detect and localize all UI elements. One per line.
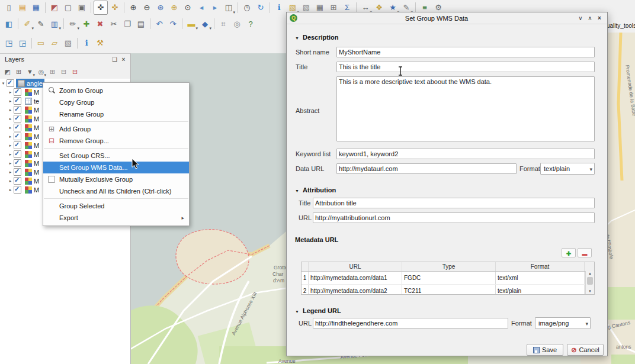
expand-caret-icon[interactable]: ▸ — [7, 170, 14, 175]
expand-caret-icon[interactable]: ▾ — [0, 81, 7, 86]
help-contents-icon[interactable]: ? — [244, 17, 257, 30]
deselect-features-icon[interactable]: ▧ — [62, 37, 75, 50]
menu-item-set-group-crs[interactable]: Set Group CRS... — [43, 150, 189, 162]
menu-item-zoom-to-group[interactable]: Zoom to Group — [43, 85, 189, 96]
expand-caret-icon[interactable]: ▸ — [7, 152, 14, 157]
menu-item-set-group-wms-data[interactable]: Set Group WMS Data... — [43, 162, 189, 173]
copy-style-icon[interactable]: ◳ — [2, 37, 15, 50]
delete-selected-icon[interactable]: ✖ — [94, 17, 107, 30]
menu-item-export[interactable]: Export▸ — [43, 212, 189, 224]
scroll-down-icon[interactable] — [588, 289, 592, 294]
expand-caret-icon[interactable]: ▸ — [7, 188, 14, 192]
layer-checkbox[interactable] — [14, 177, 21, 185]
legend-format-combo[interactable]: image/png — [535, 317, 591, 329]
attribution-url-input[interactable] — [313, 212, 595, 223]
layer-entry[interactable]: M — [23, 159, 41, 167]
layer-entry[interactable]: M — [23, 167, 41, 176]
scroll-thumb[interactable] — [587, 277, 593, 285]
new-project-icon[interactable]: ▯ — [2, 1, 15, 14]
data-source-manager-icon[interactable]: ◧ — [2, 17, 15, 30]
menu-item-rename-group[interactable]: Rename Group — [43, 108, 189, 120]
keyword-list-input[interactable] — [336, 149, 595, 159]
layer-entry[interactable]: M — [23, 141, 41, 150]
toggle-editing-icon[interactable]: ✎ — [34, 17, 47, 30]
save-edits-icon[interactable]: ▥▾ — [48, 17, 61, 30]
manage-themes-icon[interactable]: ◎▾ — [36, 67, 46, 77]
expand-caret-icon[interactable]: ▸ — [7, 108, 14, 112]
undock-icon[interactable] — [110, 56, 119, 63]
add-metadata-row-button[interactable] — [562, 248, 576, 257]
layer-diagram-icon[interactable]: ◆▾ — [198, 17, 211, 30]
identify-features-icon[interactable]: ℹ — [272, 1, 286, 14]
expand-caret-icon[interactable]: ▸ — [7, 99, 14, 104]
layer-checkbox[interactable] — [14, 150, 21, 158]
panel-close-icon[interactable] — [119, 56, 128, 63]
dialog-titlebar[interactable]: Set Group WMS Data — [287, 12, 607, 24]
menu-item-mutually-exclusive-group[interactable]: Mutually Exclusive Group — [43, 173, 189, 185]
expand-caret-icon[interactable]: ▸ — [7, 143, 14, 148]
temporal-controller-icon[interactable]: ◷ — [240, 1, 254, 14]
zoom-to-layer-icon[interactable]: ⊙ — [181, 1, 194, 14]
metadata-table[interactable]: URLTypeFormat 1http://mymetadata.com/dat… — [301, 262, 595, 295]
identify-features-icon[interactable]: ℹ — [80, 37, 93, 50]
cancel-button[interactable]: Cancel — [567, 344, 604, 356]
open-project-icon[interactable]: ▤ — [16, 1, 29, 14]
metadata-table-row[interactable]: 1http://mymetadata.com/data1FGDCtext/xml — [302, 272, 594, 285]
expand-caret-icon[interactable]: ▸ — [7, 117, 14, 121]
layer-checkbox[interactable] — [14, 88, 21, 96]
layer-checkbox[interactable] — [7, 79, 14, 87]
layer-entry[interactable]: M — [23, 114, 41, 123]
filter-legend-icon[interactable]: ▼▾ — [25, 67, 35, 77]
remove-layer-icon[interactable]: ⊟ — [70, 67, 80, 77]
layer-entry[interactable]: te — [23, 96, 41, 105]
layer-styling-icon[interactable]: ◩ — [2, 67, 12, 77]
new-map-view-icon[interactable]: ◫▾ — [222, 1, 235, 14]
layer-entry[interactable]: M — [23, 185, 41, 194]
restore-icon[interactable] — [585, 15, 595, 21]
paste-features-icon[interactable]: ▤ — [134, 17, 147, 30]
options-wrench-icon[interactable]: ⚒ — [94, 37, 107, 50]
layer-entry[interactable]: angle — [16, 79, 44, 88]
layer-checkbox[interactable] — [14, 106, 21, 114]
layer-checkbox[interactable] — [14, 186, 21, 194]
remove-metadata-row-button[interactable] — [578, 248, 592, 257]
layer-checkbox[interactable] — [14, 159, 21, 167]
expand-all-icon[interactable]: ⊞ — [47, 67, 57, 77]
current-edits-icon[interactable]: ✐▾ — [21, 17, 34, 30]
short-name-input[interactable] — [336, 47, 595, 57]
layer-labeling-icon[interactable]: ▬▾ — [185, 17, 198, 30]
layer-checkbox[interactable] — [14, 133, 21, 140]
description-section-header[interactable]: Description — [295, 34, 338, 41]
attribution-section-header[interactable]: Attribution — [295, 186, 336, 194]
layer-entry[interactable]: M — [23, 150, 41, 159]
expand-caret-icon[interactable]: ▸ — [7, 134, 14, 139]
copy-features-icon[interactable]: ❐ — [121, 17, 134, 30]
data-url-input[interactable] — [336, 163, 517, 174]
redo-icon[interactable]: ↷ — [166, 17, 179, 30]
scroll-up-icon[interactable] — [588, 271, 592, 276]
expand-caret-icon[interactable]: ▸ — [7, 161, 14, 166]
layer-entry[interactable]: M — [23, 105, 41, 114]
layer-checkbox[interactable] — [14, 168, 21, 176]
expand-caret-icon[interactable]: ▸ — [7, 125, 14, 130]
expand-caret-icon[interactable]: ▸ — [7, 90, 14, 95]
menu-item-uncheck-and-all-its-children-ctrl-click[interactable]: Uncheck and All its Children (Ctrl-click… — [43, 185, 189, 197]
title-input[interactable] — [336, 62, 595, 72]
attribution-title-input[interactable] — [313, 198, 595, 208]
add-group-lp-icon[interactable]: ⊞ — [14, 67, 24, 77]
table-scrollbar[interactable] — [585, 271, 594, 294]
zoom-in-icon[interactable]: ⊕ — [127, 1, 140, 14]
layer-entry[interactable]: M — [23, 123, 41, 132]
refresh-icon[interactable]: ↻ — [254, 1, 267, 14]
layer-entry[interactable]: M — [23, 132, 41, 141]
menu-item-add-group[interactable]: ⊞Add Group — [43, 123, 189, 135]
select-polygon-icon[interactable]: ▱ — [48, 37, 61, 50]
layer-checkbox[interactable] — [14, 115, 21, 123]
undo-icon[interactable]: ↶ — [153, 17, 166, 30]
menu-item-group-selected[interactable]: Group Selected — [43, 200, 189, 212]
data-format-combo[interactable]: text/plain — [540, 163, 595, 175]
paste-style-icon[interactable]: ◲ — [16, 37, 29, 50]
snapping-icon[interactable]: ⌗ — [217, 17, 230, 30]
abstract-textarea[interactable]: This is a more descriptive text aboout t… — [336, 76, 595, 141]
metadata-table-row[interactable]: 2http://mymetadata.com/data2TC211text/pl… — [302, 285, 594, 295]
